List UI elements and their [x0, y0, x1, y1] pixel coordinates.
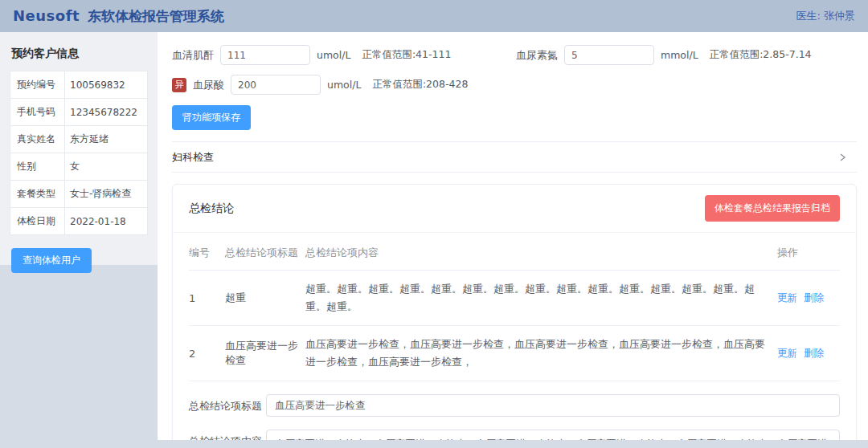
app-title: 东软体检报告管理系统 — [88, 7, 224, 26]
row-no: 2 — [189, 348, 225, 360]
info-value: 东方延绪 — [65, 126, 148, 153]
brand-logo: Neusoft — [13, 7, 80, 24]
conclusion-title: 总检结论 — [189, 202, 234, 216]
field-blood-urea-nitrogen: 血尿素氮 mmol/L 正常值范围:2.85-7.14 — [516, 45, 857, 65]
field-normal-range: 正常值范围:208-428 — [372, 78, 468, 92]
conclusion-content-field: 总检结论项内容 血压高要进一步检查，血压高要进一步检查，血压高要进一步检查，血压… — [189, 430, 840, 440]
col-header-content: 总检结论项内容 — [305, 246, 777, 260]
info-row-package: 套餐类型 女士-肾病检查 — [10, 181, 148, 208]
conclusion-panel-body: 编号 总检结论项标题 总检结论项内容 操作 1 超重 超重。超重。超重。超重。超… — [173, 233, 856, 440]
abnormal-badge: 异 — [172, 78, 186, 92]
field-unit: umol/L — [327, 79, 361, 91]
info-label: 性别 — [10, 153, 65, 181]
conclusion-panel: 总检结论 体检套餐总检结果报告归档 编号 总检结论项标题 总检结论项内容 操作 … — [172, 184, 857, 440]
blood-uric-acid-input[interactable] — [231, 75, 321, 95]
doctor-name: 医生: 张仲景 — [796, 9, 855, 23]
info-row-name: 真实姓名 东方延绪 — [10, 126, 148, 153]
col-header-title: 总检结论项标题 — [225, 246, 305, 260]
update-link[interactable]: 更新 — [777, 291, 797, 305]
field-label: 血尿素氮 — [516, 48, 558, 63]
sidebar: 预约客户信息 预约编号 100569832 手机号码 12345678222 真… — [0, 32, 158, 448]
info-value: 女 — [65, 153, 148, 181]
info-row-booking-no: 预约编号 100569832 — [10, 71, 148, 99]
delete-link[interactable]: 删除 — [804, 291, 824, 305]
row-title: 血压高要进一步检查 — [225, 339, 305, 368]
info-value: 2022-01-18 — [65, 208, 148, 235]
archive-report-button[interactable]: 体检套餐总检结果报告归档 — [705, 195, 840, 222]
conclusion-content-textarea[interactable]: 血压高要进一步检查，血压高要进一步检查，血压高要进一步检查，血压高要进一步检查，… — [266, 430, 840, 440]
info-label: 手机号码 — [10, 99, 65, 126]
customer-info-table: 预约编号 100569832 手机号码 12345678222 真实姓名 东方延… — [10, 71, 148, 235]
kidney-fields-section: 血清肌酐 umol/L 正常值范围:41-111 血尿素氮 mmol/L 正常值… — [172, 45, 857, 95]
gynecology-collapse[interactable]: 妇科检查 — [172, 141, 857, 173]
conclusion-row: 1 超重 超重。超重。超重。超重。超重。超重。超重。超重。超重。超重。超重。超重… — [189, 271, 840, 326]
field-label: 血尿酸 — [193, 78, 224, 92]
blood-urea-nitrogen-input[interactable] — [564, 45, 654, 65]
field-label: 血清肌酐 — [172, 48, 214, 63]
col-header-operation: 操作 — [777, 246, 840, 260]
conclusion-content-label: 总检结论项内容 — [189, 430, 266, 440]
conclusion-table-header: 编号 总检结论项标题 总检结论项内容 操作 — [189, 236, 840, 271]
col-header-no: 编号 — [189, 246, 225, 260]
info-row-date: 体检日期 2022-01-18 — [10, 208, 148, 235]
delete-link[interactable]: 删除 — [804, 347, 824, 360]
field-unit: umol/L — [317, 49, 350, 61]
info-value: 12345678222 — [65, 99, 148, 126]
info-label: 体检日期 — [10, 208, 65, 235]
customer-info-title: 预约客户信息 — [10, 42, 148, 71]
conclusion-title-input[interactable] — [266, 394, 840, 417]
info-label: 预约编号 — [10, 71, 65, 99]
row-no: 1 — [189, 292, 225, 304]
field-unit: mmol/L — [661, 49, 698, 61]
query-user-button[interactable]: 查询体检用户 — [11, 248, 92, 273]
conclusion-title-label: 总检结论项标题 — [189, 394, 266, 413]
info-label: 套餐类型 — [10, 181, 65, 208]
conclusion-panel-header: 总检结论 体检套餐总检结果报告归档 — [173, 185, 856, 233]
info-label: 真实姓名 — [10, 126, 65, 153]
conclusion-row: 2 血压高要进一步检查 血压高要进一步检查，血压高要进一步检查，血压高要进一步检… — [189, 326, 840, 381]
field-normal-range: 正常值范围:41-111 — [362, 48, 451, 62]
info-row-phone: 手机号码 12345678222 — [10, 99, 148, 126]
info-row-gender: 性别 女 — [10, 153, 148, 181]
field-normal-range: 正常值范围:2.85-7.14 — [710, 48, 812, 62]
collapse-label: 妇科检查 — [172, 150, 214, 165]
row-content: 血压高要进一步检查，血压高要进一步检查，血压高要进一步检查，血压高要进一步检查，… — [305, 336, 777, 371]
info-value: 女士-肾病检查 — [65, 181, 148, 208]
chevron-right-icon — [837, 153, 847, 162]
save-kidney-button[interactable]: 肾功能项保存 — [172, 105, 251, 130]
row-title: 超重 — [225, 291, 305, 305]
main-content: 血清肌酐 umol/L 正常值范围:41-111 血尿素氮 mmol/L 正常值… — [158, 32, 868, 440]
conclusion-title-field: 总检结论项标题 — [189, 394, 840, 417]
field-serum-creatinine: 血清肌酐 umol/L 正常值范围:41-111 — [172, 45, 516, 65]
update-link[interactable]: 更新 — [777, 347, 797, 360]
customer-info-panel: 预约客户信息 预约编号 100569832 手机号码 12345678222 真… — [0, 32, 158, 265]
header-bar: Neusoft 东软体检报告管理系统 医生: 张仲景 — [0, 0, 868, 32]
serum-creatinine-input[interactable] — [220, 45, 310, 65]
row-content: 超重。超重。超重。超重。超重。超重。超重。超重。超重。超重。超重。超重。超重。超… — [305, 280, 777, 316]
info-value: 100569832 — [65, 71, 148, 99]
field-blood-uric-acid: 异 血尿酸 umol/L 正常值范围:208-428 — [172, 75, 516, 95]
